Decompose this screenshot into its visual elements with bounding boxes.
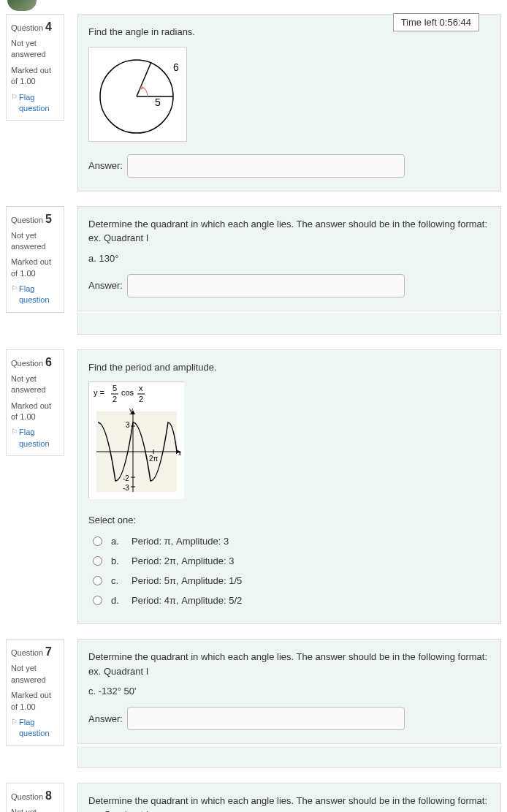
question-7: Question 7 Not yet answered Marked out o… xyxy=(6,639,501,745)
question-prompt: Find the period and amplitude. xyxy=(88,360,490,375)
content-footer xyxy=(77,313,501,335)
flag-question-link[interactable]: ⚐ Flag question xyxy=(11,427,59,449)
svg-text:x: x xyxy=(139,384,143,392)
question-sidebar: Question 7 Not yet answered Marked out o… xyxy=(6,639,64,745)
diagram-arc-label: 6 xyxy=(173,61,179,73)
question-content: Determine the quadrant in which each ang… xyxy=(77,206,501,311)
question-prompt: Determine the quadrant in which each ang… xyxy=(88,217,490,246)
option-text: Period: π, Amplitude: 3 xyxy=(131,536,229,547)
question-label: Question 4 xyxy=(11,20,59,34)
marked-text: Marked out of 1.00 xyxy=(11,690,59,713)
svg-line-2 xyxy=(137,62,151,96)
radio-option-d[interactable] xyxy=(93,596,102,605)
flag-icon: ⚐ xyxy=(11,717,18,727)
option-text: Period: 5π, Amplitude: 1/5 xyxy=(131,575,242,586)
question-prompt: Determine the quadrant in which each ang… xyxy=(88,650,490,678)
question-content: Find the period and amplitude. y = 5 2 c… xyxy=(77,349,501,625)
svg-text:x: x xyxy=(178,449,182,457)
question-6: Question 6 Not yet answered Marked out o… xyxy=(6,349,501,625)
answer-input[interactable] xyxy=(127,707,405,730)
flag-icon: ⚐ xyxy=(11,92,18,102)
option-a: a. Period: π, Amplitude: 3 xyxy=(88,531,490,551)
question-content: Determine the quadrant in which each ang… xyxy=(77,783,501,812)
radio-option-a[interactable] xyxy=(93,536,102,546)
status-text: Not yet answered xyxy=(11,38,59,61)
flag-icon: ⚐ xyxy=(11,427,18,437)
answer-label: Answer: xyxy=(88,160,123,171)
question-content: Determine the quadrant in which each ang… xyxy=(77,639,501,744)
answer-label: Answer: xyxy=(88,280,123,291)
svg-text:y =: y = xyxy=(94,388,104,397)
svg-text:2: 2 xyxy=(139,395,143,403)
answer-row: Answer: xyxy=(88,707,490,730)
radio-option-c[interactable] xyxy=(93,576,102,585)
status-text: Not yet answered xyxy=(11,807,59,812)
answer-row: Answer: xyxy=(88,274,490,297)
marked-text: Marked out of 1.00 xyxy=(11,65,59,88)
flag-icon: ⚐ xyxy=(11,284,18,294)
status-text: Not yet answered xyxy=(11,373,59,396)
timer-label: Time left 0:56:44 xyxy=(401,17,471,28)
svg-text:2: 2 xyxy=(113,395,117,403)
svg-text:y: y xyxy=(129,406,133,414)
question-sidebar: Question 5 Not yet answered Marked out o… xyxy=(6,206,64,313)
svg-text:-2: -2 xyxy=(123,474,129,482)
status-text: Not yet answered xyxy=(11,230,59,253)
question-sub: a. 130° xyxy=(88,253,490,264)
answer-input[interactable] xyxy=(127,154,405,178)
radio-option-b[interactable] xyxy=(93,556,102,566)
answer-label: Answer: xyxy=(88,713,123,724)
diagram-radius-label: 5 xyxy=(155,96,161,108)
question-5: Question 5 Not yet answered Marked out o… xyxy=(6,206,501,313)
question-sidebar: Question 6 Not yet answered Marked out o… xyxy=(6,349,64,456)
timer-box: Time left 0:56:44 xyxy=(393,13,479,31)
flag-question-link[interactable]: ⚐ Flag question xyxy=(11,92,59,115)
flag-question-link[interactable]: ⚐ Flag question xyxy=(11,717,59,740)
option-text: Period: 4π, Amplitude: 5/2 xyxy=(131,595,242,606)
marked-text: Marked out of 1.00 xyxy=(11,257,59,279)
option-d: d. Period: 4π, Amplitude: 5/2 xyxy=(88,591,490,610)
avatar xyxy=(7,0,37,11)
option-text: Period: 2π, Amplitude: 3 xyxy=(131,555,235,566)
question-label: Question 6 xyxy=(11,356,59,369)
svg-text:2π: 2π xyxy=(149,455,159,463)
question-content: Find the angle in radians. 6 5 Answer: xyxy=(77,14,501,191)
content-footer xyxy=(77,746,501,768)
svg-text:-3: -3 xyxy=(123,484,129,492)
question-8: Question 8 Not yet answered Marked out o… xyxy=(6,783,501,812)
svg-text:5: 5 xyxy=(113,384,117,392)
svg-text:cos: cos xyxy=(121,388,134,397)
marked-text: Marked out of 1.00 xyxy=(11,401,59,423)
option-c: c. Period: 5π, Amplitude: 1/5 xyxy=(88,571,490,591)
question-label: Question 8 xyxy=(11,789,59,802)
answer-row: Answer: xyxy=(88,154,490,178)
question-4: Question 4 Not yet answered Marked out o… xyxy=(6,14,501,191)
question-label: Question 7 xyxy=(11,645,59,659)
svg-text:3: 3 xyxy=(126,421,130,429)
status-text: Not yet answered xyxy=(11,663,59,686)
cosine-diagram-image: y = 5 2 cos x 2 y x xyxy=(88,382,183,498)
select-one-label: Select one: xyxy=(88,515,490,525)
option-b: b. Period: 2π, Amplitude: 3 xyxy=(88,551,490,571)
question-prompt: Determine the quadrant in which each ang… xyxy=(88,794,490,812)
question-sidebar: Question 8 Not yet answered Marked out o… xyxy=(6,783,64,812)
question-label: Question 5 xyxy=(11,213,59,226)
flag-question-link[interactable]: ⚐ Flag question xyxy=(11,284,59,306)
circle-diagram-image: 6 5 xyxy=(88,47,187,142)
answer-input[interactable] xyxy=(127,274,405,297)
question-sub: c. -132° 50' xyxy=(88,686,490,697)
question-sidebar: Question 4 Not yet answered Marked out o… xyxy=(6,14,64,121)
